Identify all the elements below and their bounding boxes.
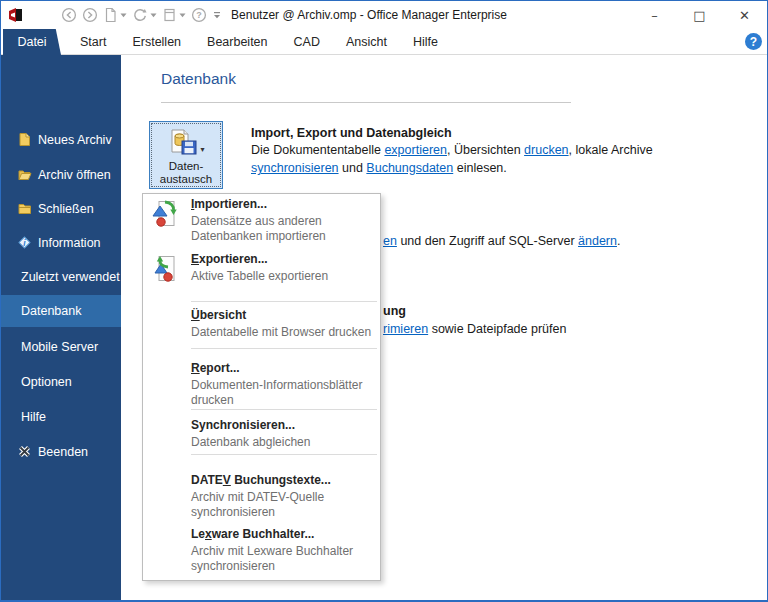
menu-item-importieren[interactable]: Importieren... Datensätze aus anderen Da… [143,197,380,243]
sidebar-item-optionen[interactable]: Optionen [1,366,121,398]
text-part: Die Dokumententabelle [251,143,384,157]
title-bar: ? Benutzer @ Archiv.omp - Office Manager… [1,1,767,29]
sidebar-item-zuletzt-verwendet[interactable]: Zuletzt verwendet [1,261,121,293]
window-title: Benutzer @ Archiv.omp - Office Manager E… [121,8,617,22]
ribbon-help-icon[interactable]: ? [745,33,762,50]
partial-reorg-text: rimieren sowie Dateipfade prüfen [383,321,566,337]
link-exportieren[interactable]: exportieren [384,143,447,157]
office-manager-logo-icon[interactable] [8,7,24,23]
window-controls: – □ ✕ [632,1,767,29]
tab-cad[interactable]: CAD [281,29,333,54]
sidebar-item-hilfe[interactable]: Hilfe [1,401,121,433]
sidebar-item-beenden[interactable]: Beenden [1,436,121,468]
ribbon-tab-bar: Datei Start Erstellen Bearbeiten CAD Ans… [1,29,767,55]
maximize-button[interactable]: □ [677,1,722,29]
new-archive-icon [17,132,32,147]
sidebar-item-schliessen[interactable]: Schließen [1,193,121,225]
forward-icon[interactable] [82,7,98,23]
title-separator [161,102,571,103]
datenaustausch-button[interactable]: ▾ Daten- austausch [149,121,223,189]
application-window: ? Benutzer @ Archiv.omp - Office Manager… [0,0,768,602]
section-description: Die Dokumententabelle exportieren, Übers… [251,141,653,177]
information-icon: i [17,235,32,250]
exit-icon [17,444,32,459]
backstage-sidebar: Neues Archiv Archiv öffnen Schließen i I… [1,55,121,600]
link-synchronisieren[interactable]: synchronisieren [251,161,339,175]
tab-ansicht[interactable]: Ansicht [333,29,400,54]
text-part: , lokale Archive [569,143,653,157]
tab-start[interactable]: Start [67,29,119,54]
menu-separator [191,301,377,302]
sidebar-item-archiv-oeffnen[interactable]: Archiv öffnen [1,159,121,191]
partial-section-heading: ung [383,303,406,319]
link-aendern[interactable]: ändern [578,234,617,248]
close-button[interactable]: ✕ [722,1,767,29]
description-line-1: Die Dokumententabelle exportieren, Übers… [251,141,653,159]
page-title: Datenbank [161,70,236,88]
minimize-button[interactable]: – [632,1,677,29]
chevron-down-icon: ▾ [200,146,204,158]
tab-hilfe[interactable]: Hilfe [400,29,451,54]
export-icon [151,254,177,284]
link-partial-en[interactable]: en [383,234,397,248]
datenaustausch-dropdown-menu: Importieren... Datensätze aus anderen Da… [142,193,381,581]
link-buchungsdaten[interactable]: Buchungsdaten [366,161,453,175]
tab-bearbeiten[interactable]: Bearbeiten [194,29,280,54]
back-icon[interactable] [61,7,77,23]
tab-datei[interactable]: Datei [3,29,61,55]
sidebar-item-neues-archiv[interactable]: Neues Archiv [1,124,121,156]
tab-erstellen[interactable]: Erstellen [119,29,194,54]
link-partial-rimieren[interactable]: rimieren [383,322,428,336]
section-heading-import-export: Import, Export und Datenabgleich [251,126,452,140]
import-icon [151,199,177,229]
text-part: , Übersichten [447,143,524,157]
menu-item-exportieren[interactable]: Exportieren... Aktive Tabelle exportiere… [143,252,380,284]
menu-separator [191,409,377,410]
menu-item-lexware-buchhalter[interactable]: Lexware Buchhalter... Archiv mit Lexware… [143,527,380,573]
text-part: und [339,161,367,175]
menu-separator [191,454,377,455]
sidebar-item-information[interactable]: i Information [1,227,121,259]
open-archive-icon [17,167,32,182]
menu-item-report[interactable]: Report... Dokumenten-Informationsblätter… [143,361,380,407]
menu-item-datev-buchungstexte[interactable]: DATEV Buchungstexte... Archiv mit DATEV-… [143,473,380,519]
description-line-2: synchronisieren und Buchungsdaten einles… [251,159,653,177]
link-drucken[interactable]: drucken [524,143,568,157]
text-part: . [617,234,620,248]
sidebar-item-datenbank[interactable]: Datenbank [1,295,121,327]
data-exchange-icon [167,128,199,158]
close-archive-icon [17,201,32,216]
text-part: sowie Dateipfade prüfen [428,322,566,336]
text-part: und den Zugriff auf SQL-Server [397,234,578,248]
text-part: einlesen. [453,161,507,175]
menu-item-synchronisieren[interactable]: Synchronisieren... Datenbank abgleichen [143,418,380,450]
sidebar-item-mobile-server[interactable]: Mobile Server [1,331,121,363]
menu-item-uebersicht[interactable]: Übersicht Datentabelle mit Browser druck… [143,308,380,340]
menu-separator [191,348,377,349]
partial-sql-server-text: en und den Zugriff auf SQL-Server ändern… [383,233,620,249]
